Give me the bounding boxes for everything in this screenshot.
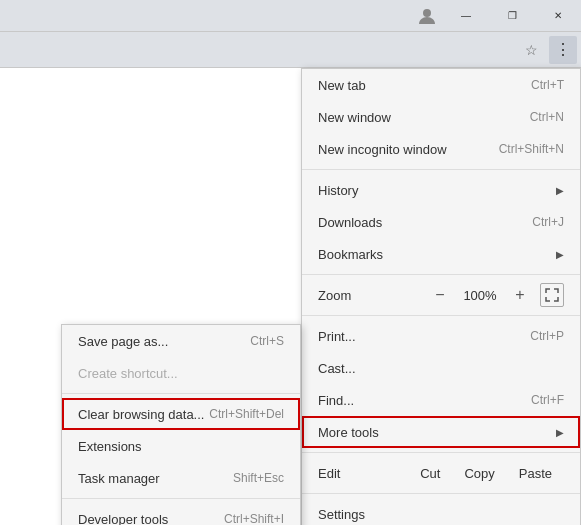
minimize-button[interactable]: — [443,0,489,32]
title-bar: — ❐ ✕ [0,0,581,32]
separator-4 [302,452,580,453]
restore-button[interactable]: ❐ [489,0,535,32]
menu-item-new-tab[interactable]: New tab Ctrl+T [302,69,580,101]
zoom-minus-button[interactable]: − [428,283,452,307]
zoom-fullscreen-button[interactable] [540,283,564,307]
separator-2 [302,274,580,275]
copy-button[interactable]: Copy [452,464,506,483]
submenu-separator-2 [62,498,300,499]
close-button[interactable]: ✕ [535,0,581,32]
submenu-clear-browsing[interactable]: Clear browsing data... Ctrl+Shift+Del [62,398,300,430]
zoom-plus-button[interactable]: + [508,283,532,307]
submenu-extensions[interactable]: Extensions [62,430,300,462]
toolbar: ☆ ⋮ [0,32,581,68]
separator-3 [302,315,580,316]
more-tools-submenu: Save page as... Ctrl+S Create shortcut..… [61,324,301,525]
menu-item-downloads[interactable]: Downloads Ctrl+J [302,206,580,238]
menu-item-bookmarks[interactable]: Bookmarks ▶ [302,238,580,270]
main-dropdown-menu: New tab Ctrl+T New window Ctrl+N New inc… [301,68,581,525]
edit-row: Edit Cut Copy Paste [302,457,580,489]
menu-item-cast[interactable]: Cast... [302,352,580,384]
menu-item-history[interactable]: History ▶ [302,174,580,206]
menu-item-more-tools[interactable]: More tools ▶ [302,416,580,448]
menu-item-settings[interactable]: Settings [302,498,580,525]
menu-item-find[interactable]: Find... Ctrl+F [302,384,580,416]
separator-1 [302,169,580,170]
submenu-task-manager[interactable]: Task manager Shift+Esc [62,462,300,494]
submenu-developer-tools[interactable]: Developer tools Ctrl+Shift+I [62,503,300,525]
menu-button[interactable]: ⋮ [549,36,577,64]
svg-point-0 [423,9,431,17]
cut-button[interactable]: Cut [408,464,452,483]
separator-5 [302,493,580,494]
menu-item-new-window[interactable]: New window Ctrl+N [302,101,580,133]
zoom-row: Zoom − 100% + [302,279,580,311]
menu-item-print[interactable]: Print... Ctrl+P [302,320,580,352]
submenu-separator-1 [62,393,300,394]
submenu-create-shortcut[interactable]: Create shortcut... [62,357,300,389]
main-content: New tab Ctrl+T New window Ctrl+N New inc… [0,68,581,525]
submenu-save-page[interactable]: Save page as... Ctrl+S [62,325,300,357]
menu-item-incognito[interactable]: New incognito window Ctrl+Shift+N [302,133,580,165]
star-button[interactable]: ☆ [517,36,545,64]
zoom-value: 100% [460,288,500,303]
user-icon [411,0,443,32]
paste-button[interactable]: Paste [507,464,564,483]
